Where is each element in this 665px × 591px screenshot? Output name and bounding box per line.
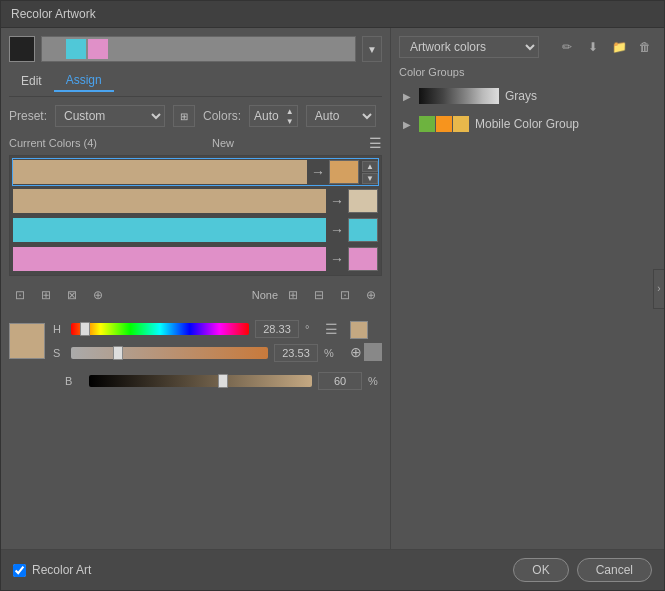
list-item[interactable]: ▶ Grays bbox=[399, 84, 656, 108]
b-slider-track[interactable] bbox=[89, 375, 312, 387]
arrow-3: → bbox=[329, 222, 345, 238]
current-color-1 bbox=[13, 160, 307, 184]
right-tool-icons: None ⊞ ⊟ ⊡ ⊕ bbox=[252, 284, 382, 306]
table-row[interactable]: → bbox=[13, 246, 378, 272]
colors-up[interactable]: ▲ bbox=[283, 106, 297, 116]
pencil-icon[interactable]: ✏ bbox=[556, 36, 578, 58]
h-value-input[interactable]: 28.33 bbox=[255, 320, 299, 338]
h-slider-thumb[interactable] bbox=[80, 322, 90, 336]
new-color-3[interactable] bbox=[348, 218, 378, 242]
ok-button[interactable]: OK bbox=[513, 558, 568, 582]
h-slider-row: H 28.33 ° ☰ bbox=[53, 320, 338, 338]
h-slider-track[interactable] bbox=[71, 323, 249, 335]
header-icons: ✏ ⬇ 📁 🗑 bbox=[556, 36, 656, 58]
scroll-up-1[interactable]: ▲ bbox=[362, 161, 378, 172]
recolor-art-label: Recolor Art bbox=[32, 563, 91, 577]
group-name-1: Grays bbox=[505, 89, 537, 103]
tab-assign[interactable]: Assign bbox=[54, 70, 114, 92]
tool-icon-4[interactable]: ⊕ bbox=[87, 284, 109, 306]
main-color-swatch[interactable] bbox=[9, 323, 45, 359]
slider-section: H 28.33 ° ☰ S bbox=[53, 320, 338, 362]
arrow-1: → bbox=[310, 164, 326, 180]
tool-icon-5[interactable]: ⊟ bbox=[308, 284, 330, 306]
current-color-2 bbox=[13, 189, 326, 213]
group-name-2: Mobile Color Group bbox=[475, 117, 579, 131]
group-swatches-1 bbox=[419, 88, 499, 104]
small-swatch-1[interactable] bbox=[350, 321, 368, 339]
tool-icon-6[interactable]: ⊡ bbox=[334, 284, 356, 306]
preview-swatch-pink bbox=[88, 39, 108, 59]
s-slider-row: S 23.53 % bbox=[53, 344, 338, 362]
trash-icon[interactable]: 🗑 bbox=[634, 36, 656, 58]
right-panel: Artwork colors ✏ ⬇ 📁 🗑 Color Groups ▶ Gr… bbox=[391, 28, 664, 549]
small-swatch-2[interactable] bbox=[364, 343, 382, 361]
table-row[interactable]: → bbox=[13, 217, 378, 243]
none-label: None bbox=[252, 289, 278, 301]
table-row[interactable]: → ▲ ▼ bbox=[13, 159, 378, 185]
color-bar-dropdown[interactable]: ▼ bbox=[362, 36, 382, 62]
new-color-4[interactable] bbox=[348, 247, 378, 271]
scroll-btns-1: ▲ ▼ bbox=[362, 161, 378, 184]
bottom-bar: Recolor Art OK Cancel bbox=[1, 549, 664, 590]
active-color-swatch[interactable] bbox=[9, 36, 35, 62]
left-tool-icons: ⊡ ⊞ ⊠ ⊕ bbox=[9, 284, 109, 306]
artwork-colors-select[interactable]: Artwork colors bbox=[399, 36, 539, 58]
dialog-title: Recolor Artwork bbox=[11, 7, 96, 21]
h-slider-menu[interactable]: ☰ bbox=[325, 321, 338, 337]
s-slider-track[interactable] bbox=[71, 347, 268, 359]
collapse-handle[interactable]: › bbox=[653, 269, 664, 309]
scroll-down-1[interactable]: ▼ bbox=[362, 173, 378, 184]
dialog-buttons: OK Cancel bbox=[513, 558, 652, 582]
tab-edit[interactable]: Edit bbox=[9, 70, 54, 92]
current-color-4 bbox=[13, 247, 326, 271]
list-item[interactable]: ▶ Mobile Color Group bbox=[399, 112, 656, 136]
color-preview-bar bbox=[41, 36, 356, 62]
tool-icon-7[interactable]: ⊕ bbox=[360, 284, 382, 306]
s-unit: % bbox=[324, 347, 338, 359]
preset-label: Preset: bbox=[9, 109, 47, 123]
bottom-icons: ⊡ ⊞ ⊠ ⊕ None ⊞ ⊟ ⊡ ⊕ bbox=[9, 284, 382, 306]
recolor-artwork-dialog: Recolor Artwork ▼ Edit Assign Pr bbox=[0, 0, 665, 591]
current-colors-label: Current Colors (4) bbox=[9, 137, 97, 149]
table-row[interactable]: → bbox=[13, 188, 378, 214]
tool-icon-2[interactable]: ⊞ bbox=[35, 284, 57, 306]
color-edit-area: H 28.33 ° ☰ S bbox=[9, 320, 382, 390]
mobile-swatch-2 bbox=[436, 116, 452, 132]
swatch-row: H 28.33 ° ☰ S bbox=[9, 320, 382, 362]
new-color-2[interactable] bbox=[348, 189, 378, 213]
b-value-input[interactable]: 60 bbox=[318, 372, 362, 390]
arrow-4: → bbox=[329, 251, 345, 267]
tool-icon-1[interactable]: ⊡ bbox=[9, 284, 31, 306]
color-rows-menu[interactable]: ☰ bbox=[369, 135, 382, 151]
b-slider-thumb[interactable] bbox=[218, 374, 228, 388]
current-color-3 bbox=[13, 218, 326, 242]
preset-icon-btn[interactable]: ⊞ bbox=[173, 105, 195, 127]
h-unit: ° bbox=[305, 323, 319, 335]
tab-bar: Edit Assign bbox=[9, 70, 382, 97]
recolor-art-checkbox[interactable] bbox=[13, 564, 26, 577]
group-swatches-2 bbox=[419, 116, 469, 132]
s-slider-thumb[interactable] bbox=[113, 346, 123, 360]
download-icon[interactable]: ⬇ bbox=[582, 36, 604, 58]
preset-row: Preset: Custom ⊞ Colors: Auto ▲ ▼ Auto bbox=[9, 105, 382, 127]
none-icon[interactable]: ⊞ bbox=[282, 284, 304, 306]
link-icon[interactable]: ⊕ bbox=[350, 344, 362, 360]
folder-icon[interactable]: 📁 bbox=[608, 36, 630, 58]
preview-swatch-gray bbox=[44, 39, 64, 59]
grays-gradient-swatch bbox=[419, 88, 499, 104]
color-groups-label: Color Groups bbox=[399, 66, 656, 78]
expand-arrow-2: ▶ bbox=[403, 119, 413, 130]
b-slider-row: B 60 % bbox=[9, 372, 382, 390]
new-color-1[interactable] bbox=[329, 160, 359, 184]
new-label: New bbox=[212, 137, 234, 149]
colors-down[interactable]: ▼ bbox=[283, 116, 297, 126]
right-panel-header: Artwork colors ✏ ⬇ 📁 🗑 bbox=[399, 36, 656, 58]
cancel-button[interactable]: Cancel bbox=[577, 558, 652, 582]
colors-select[interactable]: Auto bbox=[306, 105, 376, 127]
colors-value: Auto bbox=[250, 107, 283, 125]
tool-icon-3[interactable]: ⊠ bbox=[61, 284, 83, 306]
s-label: S bbox=[53, 347, 65, 359]
title-bar: Recolor Artwork bbox=[1, 1, 664, 28]
s-value-input[interactable]: 23.53 bbox=[274, 344, 318, 362]
preset-select[interactable]: Custom bbox=[55, 105, 165, 127]
